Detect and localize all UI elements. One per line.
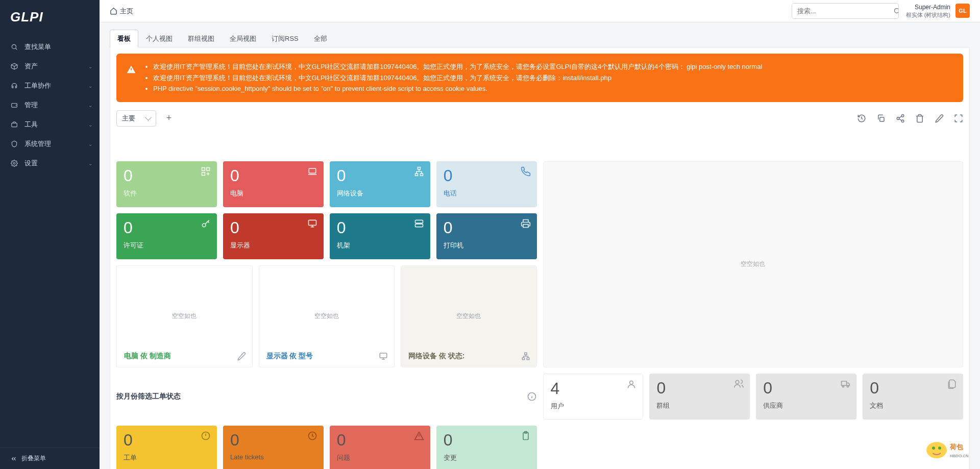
tabs: 看板 个人视图 群组视图 全局视图 订阅RSS 全部 (110, 30, 970, 47)
dashboard-selector[interactable]: 主要 (116, 110, 156, 127)
search-input[interactable] (792, 4, 888, 18)
card-network-by-status[interactable]: 空空如也 网络设备 依 状态: (401, 265, 537, 367)
nav-search-menu[interactable]: 查找菜单 (0, 37, 100, 57)
chevron-down-icon: ⌄ (88, 103, 92, 108)
chevrons-left-icon (10, 455, 17, 462)
tab-dashboard[interactable]: 看板 (110, 30, 138, 47)
svg-point-7 (897, 117, 899, 119)
alert-triangle-icon (414, 431, 424, 441)
card-computer[interactable]: 0电脑 (223, 161, 324, 207)
tab-global[interactable]: 全局视图 (222, 30, 264, 47)
nav-label: 管理 (24, 101, 38, 110)
svg-point-27 (736, 380, 739, 384)
fullscreen-button[interactable] (954, 114, 963, 123)
card-users[interactable]: 4用户 (543, 374, 644, 419)
card-empty-large[interactable]: 空空如也 (543, 161, 964, 367)
svg-point-16 (202, 224, 206, 227)
nav-label: 资产 (24, 62, 38, 71)
gear-icon (10, 159, 18, 167)
briefcase-icon (10, 120, 18, 129)
user-menu[interactable]: Super-Admin 根实体 (树状结构) GL (906, 4, 970, 19)
share-icon (896, 114, 905, 123)
card-changes[interactable]: 0变更 (436, 426, 537, 470)
add-dashboard-button[interactable]: + (161, 111, 177, 126)
card-suppliers[interactable]: 0供应商 (756, 374, 856, 419)
svg-rect-19 (415, 224, 423, 227)
breadcrumb[interactable]: 主页 (110, 7, 133, 16)
history-button[interactable] (857, 114, 866, 123)
svg-point-6 (901, 114, 904, 117)
user-icon (626, 379, 636, 389)
dashboard-toolbar: 主要 + (116, 108, 963, 131)
nav: 查找菜单 资产 ⌄ 工单协作 ⌄ 管理 ⌄ 工具 ⌄ (0, 34, 100, 448)
nav-tools[interactable]: 工具 ⌄ (0, 115, 100, 134)
chevron-down-icon: ⌄ (88, 141, 92, 147)
card-phone[interactable]: 0电话 (436, 161, 537, 207)
svg-rect-23 (522, 358, 525, 360)
card-rack[interactable]: 0机架 (330, 213, 430, 259)
card-monitor[interactable]: 0显示器 (223, 213, 324, 259)
card-documents[interactable]: 0文档 (863, 374, 963, 419)
headset-icon (10, 82, 18, 90)
nav-label: 工具 (24, 120, 38, 129)
user-name: Super-Admin (906, 4, 950, 12)
edit-button[interactable] (935, 114, 944, 123)
tab-personal[interactable]: 个人视图 (138, 30, 180, 47)
clock-icon (307, 431, 317, 441)
tab-group[interactable]: 群组视图 (180, 30, 222, 47)
search-icon (10, 43, 18, 51)
ticket-section-title: 按月份筛选工单状态 (116, 374, 537, 419)
trash-icon (915, 114, 924, 123)
nav-setup[interactable]: 设置 ⌄ (0, 154, 100, 173)
nav-helpdesk[interactable]: 工单协作 ⌄ (0, 76, 100, 95)
card-computer-by-manufacturer[interactable]: 空空如也 电脑 依 制造商 (116, 265, 253, 367)
nav-label: 工单协作 (24, 81, 51, 90)
topbar: 主页 Super-Admin 根实体 (树状结构) GL (100, 0, 980, 22)
collapse-menu[interactable]: 折叠菜单 (0, 448, 100, 469)
svg-rect-2 (12, 123, 17, 127)
card-title: 显示器 依 型号 (266, 352, 313, 361)
sitemap-icon (521, 352, 530, 361)
card-groups[interactable]: 0群组 (649, 374, 750, 419)
share-button[interactable] (896, 114, 905, 123)
card-software[interactable]: 0软件 (116, 161, 217, 207)
monitor-icon (379, 352, 388, 361)
tab-rss[interactable]: 订阅RSS (264, 30, 306, 47)
card-late-tickets[interactable]: 0Late tickets (223, 426, 324, 470)
clone-button[interactable] (876, 114, 886, 123)
svg-rect-9 (202, 167, 205, 170)
breadcrumb-text: 主页 (120, 7, 133, 16)
svg-rect-13 (418, 167, 420, 169)
card-license[interactable]: 0许可证 (116, 213, 217, 259)
chevron-down-icon: ⌄ (88, 161, 92, 166)
card-monitor-by-model[interactable]: 空空如也 显示器 依 型号 (259, 265, 395, 367)
card-printer[interactable]: 0打印机 (436, 213, 537, 259)
nav-assets[interactable]: 资产 ⌄ (0, 57, 100, 76)
card-problems[interactable]: 0问题 (330, 426, 430, 470)
warning-icon (126, 64, 137, 95)
svg-rect-15 (420, 174, 423, 176)
delete-button[interactable] (915, 114, 924, 123)
alert-line: 欢迎使用IT资产管理系统！目前您处在测试环境，中文GLPI社区交流群请加群109… (153, 73, 762, 83)
laptop-icon (307, 166, 317, 177)
clipboard-icon (521, 431, 531, 441)
search-button[interactable] (888, 4, 899, 18)
info-icon[interactable] (527, 391, 537, 402)
chevron-down-icon: ⌄ (88, 83, 92, 89)
alert: 欢迎使用IT资产管理系统！目前您处在测试环境，中文GLPI社区交流群请加群109… (116, 54, 963, 102)
card-network[interactable]: 0网络设备 (330, 161, 430, 207)
apps-icon (201, 166, 211, 177)
shield-icon (10, 140, 18, 148)
svg-rect-17 (308, 220, 316, 225)
svg-point-28 (842, 385, 844, 387)
tab-all[interactable]: 全部 (306, 30, 335, 47)
alert-circle-icon (201, 431, 211, 441)
chevron-down-icon: ⌄ (88, 64, 92, 69)
nav-label: 设置 (24, 159, 38, 168)
svg-point-0 (12, 44, 16, 48)
card-tickets[interactable]: 0工单 (116, 426, 217, 470)
nav-management[interactable]: 管理 ⌄ (0, 95, 100, 115)
home-icon (110, 7, 117, 15)
nav-admin[interactable]: 系统管理 ⌄ (0, 134, 100, 154)
svg-point-8 (901, 120, 904, 122)
